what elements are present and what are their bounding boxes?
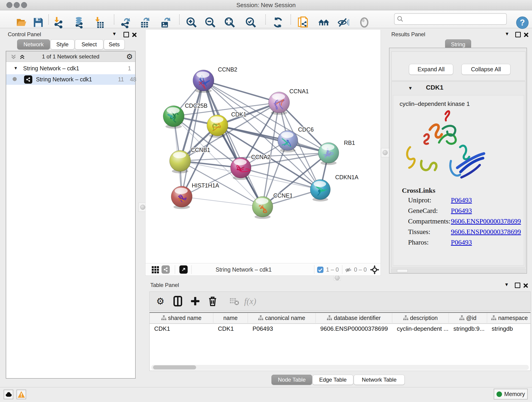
table-cell[interactable]: cyclin-dependent ... — [392, 324, 449, 333]
network-node-HIST1H1A[interactable] — [171, 186, 192, 209]
refresh-icon[interactable] — [271, 15, 285, 30]
export-network-icon[interactable] — [119, 15, 133, 30]
collection-expander-icon[interactable]: ▾ — [14, 65, 17, 71]
network-graph[interactable]: CCNB2CCNA1CDC25BCDK1CDC6RB1CCNB1CCNA2CDK… — [146, 30, 380, 263]
column-header-name[interactable]: name — [213, 313, 248, 323]
column-header-shared-name[interactable]: shared name — [150, 313, 213, 323]
table-cell[interactable]: P06493 — [248, 324, 316, 333]
crosslink-link[interactable]: 9606.ENSP00000378699 — [451, 228, 521, 236]
tab-select[interactable]: Select — [75, 39, 103, 50]
zoom-in-icon[interactable] — [184, 15, 199, 30]
crosslink-link[interactable]: P06493 — [451, 207, 472, 215]
tab-style[interactable]: Style — [51, 39, 75, 50]
crosslink-row: Uniprot:P06493 — [393, 196, 524, 207]
network-canvas[interactable]: CCNB2CCNA1CDC25BCDK1CDC6RB1CCNB1CCNA2CDK… — [145, 30, 381, 263]
table-cell[interactable]: CDK1 — [213, 324, 248, 333]
results-scrollbar-thumb[interactable] — [397, 269, 408, 272]
table-hscrollbar[interactable] — [151, 365, 529, 370]
open-file-icon[interactable] — [15, 15, 29, 30]
table-cell[interactable]: stringdb — [487, 324, 531, 333]
help-button[interactable]: ? — [516, 17, 529, 29]
network-collection-row[interactable]: ▾ String Network – cdk1 1 — [6, 64, 135, 74]
control-panel-float-icon[interactable] — [123, 32, 129, 38]
column-header-database-identifier[interactable]: database identifier — [316, 313, 392, 323]
open-in-window-icon[interactable] — [179, 265, 188, 274]
column-header--id[interactable]: @id — [449, 313, 487, 323]
warning-status-button[interactable] — [17, 390, 26, 399]
tab-network[interactable]: Network — [17, 39, 50, 50]
left-splitter[interactable] — [140, 30, 145, 280]
zoom-out-icon[interactable] — [203, 15, 217, 30]
network-edge-CCNB2-HIST1H1A[interactable] — [182, 80, 203, 197]
export-table-icon[interactable] — [138, 15, 152, 30]
crosslink-link[interactable]: P06493 — [451, 238, 472, 246]
table-cell[interactable]: stringdb:9... — [449, 324, 487, 333]
tab-edge-table[interactable]: Edge Table — [312, 375, 353, 385]
table-cell[interactable]: 9606.ENSP00000378699 — [316, 324, 392, 333]
tab-network-table[interactable]: Network Table — [354, 375, 405, 385]
tab-sets[interactable]: Sets — [104, 39, 125, 50]
table-panel-float-icon[interactable] — [515, 282, 520, 288]
gene-expander-icon[interactable]: ▾ — [409, 85, 412, 91]
zoom-selected-icon[interactable] — [244, 15, 258, 30]
table-panel-menu-icon[interactable]: ▾ — [504, 281, 510, 287]
toolbar-separator — [179, 14, 180, 25]
toolbar-separator — [48, 14, 49, 25]
import-network-icon[interactable] — [51, 15, 65, 30]
create-column-icon[interactable] — [188, 294, 202, 308]
show-eye-icon[interactable] — [357, 15, 371, 30]
network-node-CDC25B[interactable] — [163, 106, 184, 128]
control-panel-menu-icon[interactable]: ▾ — [111, 31, 117, 37]
node-table[interactable]: shared namenamecanonical namedatabase id… — [149, 312, 531, 371]
right-splitter-grip[interactable] — [381, 148, 389, 157]
import-network-from-database-icon[interactable] — [72, 15, 86, 30]
expand-all-button[interactable]: Expand All — [409, 64, 453, 75]
table-hscrollbar-thumb[interactable] — [153, 365, 196, 370]
horizontal-splitter-grip[interactable] — [334, 275, 341, 281]
export-image-icon[interactable] — [158, 15, 172, 30]
selected-checkbox-icon[interactable] — [317, 266, 324, 273]
column-header-namespace[interactable]: namespace — [487, 313, 531, 323]
zoom-fit-icon[interactable] — [223, 15, 237, 30]
results-panel-menu-icon[interactable]: ▾ — [504, 31, 510, 37]
birds-eye-grid-icon[interactable] — [152, 266, 159, 274]
collapse-all-button[interactable]: Collapse All — [462, 64, 510, 75]
delete-column-icon[interactable] — [206, 294, 220, 308]
network-overview-icon[interactable] — [162, 265, 170, 274]
hide-unhide-icon[interactable] — [336, 15, 350, 30]
crosslink-link[interactable]: 9606.ENSP00000378699 — [451, 217, 521, 225]
network-row-selected[interactable]: String Network – cdk1 11 48 — [6, 74, 135, 85]
network-node-CDKN1A[interactable] — [310, 179, 330, 201]
network-options-gear-icon[interactable]: ⚙ — [126, 52, 133, 61]
center-view-crosshair-icon[interactable] — [370, 265, 379, 274]
column-header-description[interactable]: description — [392, 313, 449, 323]
results-scrollbar[interactable] — [391, 269, 526, 273]
show-columns-icon[interactable] — [171, 294, 185, 308]
control-panel-close-icon[interactable] — [131, 32, 137, 38]
tab-node-table[interactable]: Node Table — [272, 375, 312, 385]
table-options-gear-icon[interactable]: ⚙ — [153, 294, 167, 308]
crosslink-link[interactable]: P06493 — [451, 196, 472, 204]
table-panel-close-icon[interactable] — [522, 282, 528, 288]
network-node-CCNA1[interactable] — [268, 92, 290, 115]
network-selected-count: 1 of 1 Network selected — [6, 53, 135, 60]
results-panel-float-icon[interactable] — [515, 32, 521, 38]
home-networks-icon[interactable] — [317, 15, 331, 30]
cloud-status-button[interactable] — [4, 390, 13, 399]
network-node-CCNE1[interactable] — [252, 196, 273, 219]
horizontal-splitter[interactable] — [145, 276, 381, 280]
table-cell[interactable]: CDK1 — [150, 324, 213, 333]
memory-button[interactable]: Memory — [494, 389, 528, 400]
column-header-canonical-name[interactable]: canonical name — [248, 313, 316, 323]
network-node-CDC6[interactable] — [278, 130, 298, 153]
network-node-RB1[interactable] — [318, 143, 339, 165]
network-node-CCNB1[interactable] — [170, 150, 191, 173]
network-edge-HIST1H1A-CCNE1[interactable] — [182, 197, 263, 207]
import-table-icon[interactable] — [92, 15, 106, 30]
node-label-RB1: RB1 — [344, 140, 355, 146]
results-panel-close-icon[interactable] — [523, 32, 529, 38]
copy-network-icon[interactable] — [296, 15, 310, 30]
search-input[interactable] — [406, 14, 506, 24]
delete-table-icon — [227, 294, 241, 308]
save-session-icon[interactable] — [31, 15, 45, 30]
